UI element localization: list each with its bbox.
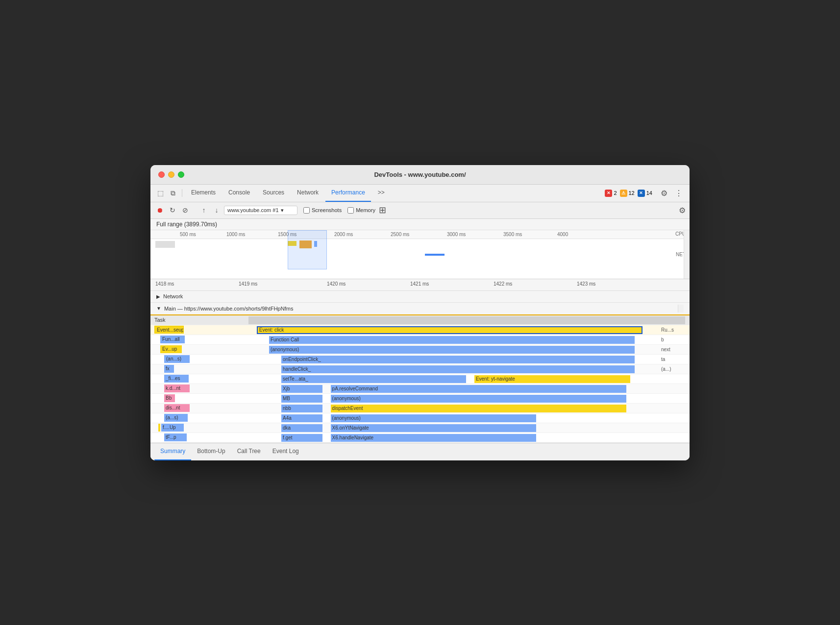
screenshots-checkbox[interactable] xyxy=(303,207,310,214)
flame-row-7: Bb MB (anonymous) xyxy=(150,394,690,404)
flame-row-3: (an...s) onEndpointClick_ ta xyxy=(150,355,690,364)
maximize-button[interactable] xyxy=(178,171,184,178)
network-row[interactable]: ▶ Network xyxy=(150,291,690,303)
flame-row-8: dis...nt nbb dispatchEvent xyxy=(150,404,690,413)
inspector-icon[interactable]: ⬚ xyxy=(154,187,166,199)
left-bar-9: (a...s) xyxy=(164,414,188,422)
zoom-tick-1422: 1422 ms xyxy=(494,281,512,287)
yt-navigate-bar[interactable]: Event: yt-navigate xyxy=(474,375,630,383)
X6onYt-bar[interactable]: X6.onYtNavigate xyxy=(331,424,536,432)
anon-bar-9[interactable]: (anonymous) xyxy=(331,414,536,422)
screenshots-checkbox-label[interactable]: Screenshots xyxy=(303,207,342,214)
flame-bars-0: Event: click xyxy=(248,325,659,335)
more-icon[interactable]: ⋮ xyxy=(672,186,686,200)
flame-bars-6: Xjb pA.resolveCommand xyxy=(248,384,659,393)
memory-checkbox-label[interactable]: Memory xyxy=(347,207,375,214)
task-bars xyxy=(248,315,690,325)
main-section-header: ▼ Main — https://www.youtube.com/shorts/… xyxy=(150,303,690,315)
left-bar-1: Fun...all xyxy=(160,336,185,343)
tab-elements[interactable]: Elements xyxy=(185,184,222,202)
A4a-bar[interactable]: A4a xyxy=(281,414,322,422)
flame-bars-3: onEndpointClick_ xyxy=(248,355,659,364)
cpu-bar-blue-1 xyxy=(314,241,317,247)
tab-bottom-up[interactable]: Bottom-Up xyxy=(191,443,231,460)
network-label: Network xyxy=(163,293,183,299)
minimize-button[interactable] xyxy=(168,171,174,178)
row-label-1: Fun...all xyxy=(150,336,248,343)
dropdown-icon: ▾ xyxy=(281,207,284,214)
main-scrollbar[interactable] xyxy=(678,305,684,312)
tab-summary[interactable]: Summary xyxy=(154,443,191,460)
X6handle-bar[interactable]: X6.handleNavigate xyxy=(331,434,536,442)
timeline-overview[interactable]: 500 ms 1000 ms 1500 ms 2000 ms 2500 ms 3… xyxy=(150,230,690,279)
task-row: Task xyxy=(150,315,690,325)
flame-bars-5: setTe...ata_ Event: yt-navigate xyxy=(248,374,659,384)
flame-row-2: Ev...up (anonymous) next xyxy=(150,345,690,355)
main-section-label: Main — https://www.youtube.com/shorts/9l… xyxy=(164,306,293,312)
clear-button[interactable]: ⊘ xyxy=(180,205,191,216)
row-label-0: Event...seup xyxy=(150,326,248,334)
devtools-body: ⬚ ⧉ Elements Console Sources Network Per… xyxy=(150,185,690,460)
function-call-bar[interactable]: Function Call xyxy=(269,336,635,344)
record-button[interactable]: ⏺ xyxy=(154,205,165,216)
zoom-tick-1418: 1418 ms xyxy=(155,281,174,287)
cpu-profiler-icon[interactable]: ⊞ xyxy=(377,205,388,216)
timeline-scrollbar[interactable] xyxy=(684,230,690,279)
device-icon[interactable]: ⧉ xyxy=(167,187,179,199)
event-click-bar[interactable]: Event: click xyxy=(257,326,643,334)
close-button[interactable] xyxy=(158,171,165,178)
anon-bar[interactable]: (anonymous) xyxy=(269,346,635,354)
right-col-2: next xyxy=(659,347,684,352)
left-bar-4: fx xyxy=(164,365,174,373)
warning-badge: ⚠ 12 xyxy=(620,190,635,197)
cpu-bar-yellow-2 xyxy=(299,240,312,248)
fget-bar[interactable]: f.get xyxy=(281,434,322,442)
nbb-bar[interactable]: nbb xyxy=(281,405,322,412)
flame-row-9: (a...s) A4a (anonymous) xyxy=(150,413,690,423)
download-button[interactable]: ↓ xyxy=(211,205,222,216)
right-col-1: b xyxy=(659,337,684,342)
flame-bars-7: MB (anonymous) xyxy=(248,394,659,403)
pA-bar[interactable]: pA.resolveCommand xyxy=(331,385,626,393)
row-label-5: _fi...es xyxy=(150,375,248,383)
tab-sources[interactable]: Sources xyxy=(257,184,290,202)
setTe-bar[interactable]: setTe...ata_ xyxy=(281,375,466,383)
tab-network[interactable]: Network xyxy=(291,184,324,202)
tab-call-tree[interactable]: Call Tree xyxy=(231,443,267,460)
flame-row-11: tF...p f.get X6.handleNavigate xyxy=(150,433,690,443)
settings-icon[interactable]: ⚙ xyxy=(657,186,671,200)
screenshots-label: Screenshots xyxy=(312,207,342,213)
handleClick-bar[interactable]: handleClick_ xyxy=(281,365,635,373)
flame-row-10: f....Up dka X6.onYtNavigate xyxy=(150,423,690,433)
tick-1500: 1500 ms xyxy=(278,232,296,237)
full-range-text: Full range (3899.70ms) xyxy=(156,221,217,228)
memory-checkbox[interactable] xyxy=(347,207,354,214)
tab-console[interactable]: Console xyxy=(222,184,256,202)
row-label-9: (a...s) xyxy=(150,414,248,422)
onEndpointClick-bar[interactable]: onEndpointClick_ xyxy=(281,356,635,363)
flame-bars-4: handleClick_ xyxy=(248,364,659,374)
tab-event-log[interactable]: Event Log xyxy=(267,443,305,460)
tab-more[interactable]: >> xyxy=(372,184,391,202)
error-icon: ✕ xyxy=(605,190,612,197)
tick-4000: 4000 xyxy=(557,232,568,237)
upload-button[interactable]: ↑ xyxy=(198,205,209,216)
flame-bars-8: nbb dispatchEvent xyxy=(248,404,659,413)
tick-3500: 3500 ms xyxy=(503,232,522,237)
traffic-lights xyxy=(158,171,184,178)
url-selector[interactable]: www.youtube.com #1 ▾ xyxy=(224,206,297,215)
range-info: Full range (3899.70ms) xyxy=(150,219,690,230)
reload-button[interactable]: ↻ xyxy=(167,205,178,216)
dka-bar[interactable]: dka xyxy=(281,424,322,432)
tab-performance[interactable]: Performance xyxy=(325,184,371,202)
zoom-tick-1420: 1420 ms xyxy=(327,281,346,287)
MB-bar[interactable]: MB xyxy=(281,395,322,403)
performance-settings-icon[interactable]: ⚙ xyxy=(679,206,686,215)
task-label: Task xyxy=(150,317,248,323)
dispatchEvent-bar[interactable]: dispatchEvent xyxy=(331,405,626,412)
flame-row-0: Event...seup Event: click Ru...s xyxy=(150,325,690,335)
row-label-11: tF...p xyxy=(150,433,248,441)
main-triangle: ▼ xyxy=(156,306,161,311)
anon-bar-7[interactable]: (anonymous) xyxy=(331,395,626,403)
Xjb-bar[interactable]: Xjb xyxy=(281,385,322,393)
